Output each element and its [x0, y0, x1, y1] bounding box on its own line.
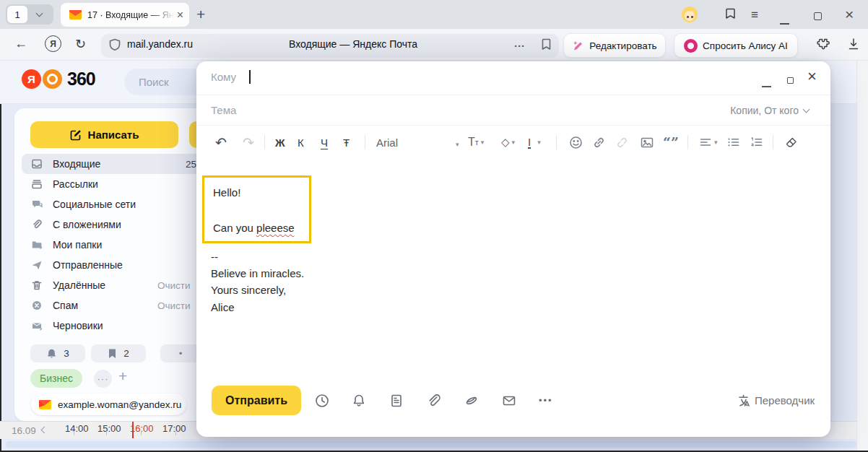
sidebar-item-sent[interactable]: Отправленные — [22, 255, 202, 275]
eraser-icon[interactable] — [784, 134, 798, 150]
tab-title: 17 · Входящие — Яндек — [87, 10, 177, 20]
panel-bookmark-icon[interactable] — [724, 6, 737, 24]
unlink-icon[interactable] — [615, 134, 629, 150]
compose-restore-icon[interactable] — [787, 74, 794, 87]
ask-alice-button[interactable]: Спросить Алису AI — [674, 33, 798, 58]
cc-from-link[interactable]: Копии, От кого — [730, 105, 809, 116]
extensions-puzzle-icon[interactable] — [815, 36, 830, 55]
strikethrough-button[interactable]: Ŧ — [343, 134, 350, 150]
subject-field[interactable]: Тема — [211, 104, 236, 116]
yandex-logo-icon[interactable]: Я — [22, 69, 41, 89]
new-tab-button[interactable]: + — [196, 6, 205, 23]
align-icon[interactable]: ▾ — [699, 134, 718, 150]
translator-icon[interactable] — [737, 394, 752, 409]
shield-icon[interactable] — [108, 38, 121, 55]
window-close-icon[interactable]: × — [845, 6, 854, 23]
download-icon[interactable] — [846, 37, 861, 54]
profile-avatar[interactable] — [682, 6, 698, 22]
url-text[interactable]: mail.yandex.ru — [127, 38, 193, 50]
sidebar-item-trash[interactable]: Удалённые Очисти — [22, 275, 202, 295]
compose-button[interactable]: Написать — [30, 121, 178, 148]
inbox-icon — [31, 158, 43, 170]
link-icon[interactable] — [592, 134, 606, 150]
minimize-button[interactable] — [780, 14, 789, 27]
chevron-down-icon[interactable] — [36, 10, 43, 17]
clear-trash-link[interactable]: Очисти — [157, 280, 191, 291]
logo-360-text[interactable]: 360 — [67, 69, 95, 90]
paperclip-icon — [31, 219, 43, 230]
compose-close-icon[interactable]: × — [807, 67, 817, 86]
compose-more-icon[interactable]: ••• — [539, 395, 553, 406]
misspelled-word[interactable]: pleeese — [256, 222, 295, 234]
reload-button[interactable]: ↻ — [75, 36, 86, 52]
signature-line[interactable]: Believe in miracles. — [211, 267, 304, 279]
horizontal-scrollbar[interactable] — [6, 441, 856, 448]
sidebar-item-spam[interactable]: Спам Очисти — [22, 295, 202, 316]
compose-window: Кому × Тема Копии, От кого ↶ ↷ Ж К Ч Ŧ A… — [196, 61, 830, 437]
attach-file-icon[interactable] — [426, 393, 442, 409]
page-title: Входящие — Яндекс Почта — [289, 38, 417, 50]
search-input[interactable]: Поиск — [124, 69, 204, 95]
clear-spam-link[interactable]: Очисти — [157, 300, 191, 311]
bookmark-icon[interactable] — [540, 38, 552, 54]
chevron-down-icon[interactable]: ▾ — [456, 136, 459, 152]
sidebar-item-inbox[interactable]: Входящие 25 — [22, 154, 202, 174]
sidebar-item-mailings[interactable]: Рассылки — [22, 174, 202, 194]
address-more-icon[interactable]: ··· — [514, 40, 525, 52]
quote-icon[interactable]: “” — [663, 134, 679, 150]
add-tag-button[interactable]: + — [118, 368, 127, 385]
sidebar-item-drafts[interactable]: Черновики — [22, 316, 202, 336]
vertical-scrollbar[interactable] — [856, 61, 868, 451]
notifications-badge[interactable]: 3 — [30, 344, 85, 362]
highlight-color-button[interactable]: ◇▾ — [501, 134, 515, 150]
font-size-select[interactable]: Tт▾ — [468, 134, 484, 150]
maximize-button[interactable] — [814, 10, 822, 23]
notify-bell-icon[interactable] — [351, 393, 367, 409]
underline-button[interactable]: Ч — [321, 134, 328, 150]
numbered-list-icon[interactable] — [750, 134, 763, 150]
tab-group-count[interactable]: 1 — [7, 6, 27, 23]
dot-badge[interactable]: • — [160, 344, 201, 362]
send-button[interactable]: Отправить — [212, 386, 301, 415]
translator-label[interactable]: Переводчик — [755, 394, 815, 407]
undo-icon[interactable]: ↶ — [215, 134, 227, 150]
to-field[interactable]: Кому — [211, 71, 236, 83]
yandex-disk-icon[interactable] — [464, 393, 479, 409]
signature-line[interactable]: Alice — [211, 301, 235, 313]
drafts-icon — [31, 320, 43, 331]
sidebar-item-attachments[interactable]: С вложениями — [22, 214, 202, 235]
tab-close-icon[interactable]: × — [177, 9, 183, 21]
redo-icon[interactable]: ↷ — [243, 134, 254, 150]
logo-360-icon[interactable] — [43, 69, 62, 89]
bookmarks-badge[interactable]: 2 — [91, 344, 146, 362]
signature-line[interactable]: Yours sincerely, — [211, 284, 286, 296]
menu-icon[interactable]: ≡ — [751, 8, 758, 22]
account-switcher[interactable]: example.woman@yandex.ru — [31, 394, 186, 415]
font-family-select[interactable]: Arial — [376, 134, 398, 150]
body-request[interactable]: Can you pleeese — [213, 222, 295, 234]
spam-icon — [31, 300, 43, 311]
envelope-icon[interactable] — [501, 393, 517, 409]
yandex-button[interactable]: Я — [45, 35, 61, 52]
back-button[interactable]: ← — [14, 36, 27, 51]
compose-minimize-icon[interactable] — [762, 77, 771, 90]
sidebar-item-my-folders[interactable]: Мои папки — [22, 235, 202, 255]
text-color-button[interactable]: I▾ — [528, 134, 541, 150]
insert-image-icon[interactable] — [640, 134, 654, 150]
bold-button[interactable]: Ж — [275, 134, 285, 150]
emoji-icon[interactable] — [569, 134, 583, 150]
tab-group-widget[interactable]: 1 — [6, 4, 53, 25]
signature-separator[interactable]: -- — [211, 251, 218, 263]
bullet-list-icon[interactable] — [726, 134, 740, 150]
tag-business[interactable]: Бизнес — [30, 369, 82, 388]
bell-icon — [46, 348, 57, 360]
bookmark-badge-icon — [108, 348, 117, 359]
sidebar-item-social[interactable]: Социальные сети — [22, 194, 202, 214]
schedule-send-icon[interactable] — [314, 393, 330, 409]
edit-page-button[interactable]: Редактировать — [563, 33, 666, 58]
tag-more-button[interactable]: ··· — [94, 370, 112, 388]
italic-button[interactable]: К — [298, 134, 304, 150]
tab-active[interactable]: 17 · Входящие — Яндек × — [61, 3, 189, 27]
template-icon[interactable] — [389, 393, 404, 409]
body-greeting[interactable]: Hello! — [213, 186, 240, 199]
